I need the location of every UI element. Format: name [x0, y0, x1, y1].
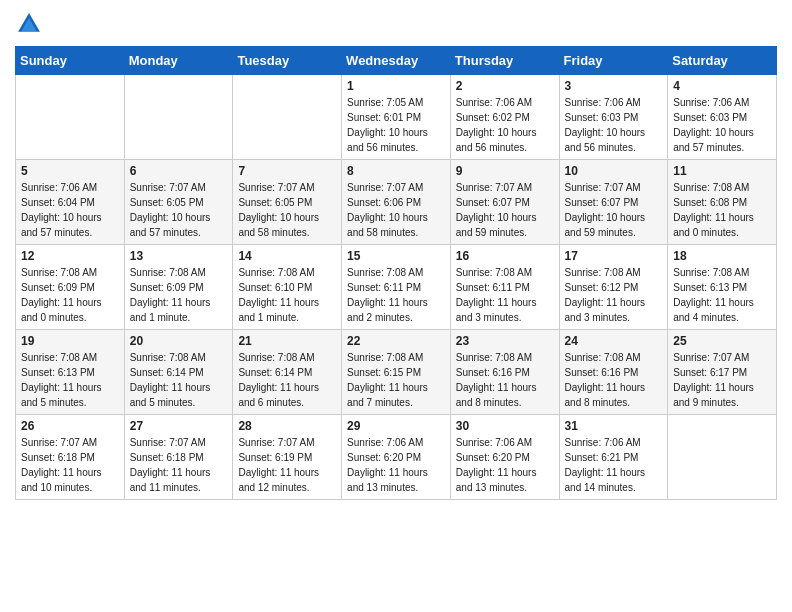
- week-row-2: 5Sunrise: 7:06 AM Sunset: 6:04 PM Daylig…: [16, 160, 777, 245]
- day-info: Sunrise: 7:07 AM Sunset: 6:18 PM Dayligh…: [21, 435, 119, 495]
- week-row-1: 1Sunrise: 7:05 AM Sunset: 6:01 PM Daylig…: [16, 75, 777, 160]
- day-number: 1: [347, 79, 445, 93]
- day-number: 17: [565, 249, 663, 263]
- page: SundayMondayTuesdayWednesdayThursdayFrid…: [0, 0, 792, 515]
- day-cell: 27Sunrise: 7:07 AM Sunset: 6:18 PM Dayli…: [124, 415, 233, 500]
- day-info: Sunrise: 7:08 AM Sunset: 6:14 PM Dayligh…: [130, 350, 228, 410]
- day-cell: 1Sunrise: 7:05 AM Sunset: 6:01 PM Daylig…: [342, 75, 451, 160]
- day-number: 19: [21, 334, 119, 348]
- day-info: Sunrise: 7:08 AM Sunset: 6:16 PM Dayligh…: [565, 350, 663, 410]
- day-number: 5: [21, 164, 119, 178]
- day-number: 9: [456, 164, 554, 178]
- day-number: 28: [238, 419, 336, 433]
- day-number: 25: [673, 334, 771, 348]
- day-number: 30: [456, 419, 554, 433]
- day-info: Sunrise: 7:07 AM Sunset: 6:07 PM Dayligh…: [456, 180, 554, 240]
- day-info: Sunrise: 7:06 AM Sunset: 6:03 PM Dayligh…: [673, 95, 771, 155]
- day-cell: 8Sunrise: 7:07 AM Sunset: 6:06 PM Daylig…: [342, 160, 451, 245]
- day-cell: 26Sunrise: 7:07 AM Sunset: 6:18 PM Dayli…: [16, 415, 125, 500]
- day-cell: 16Sunrise: 7:08 AM Sunset: 6:11 PM Dayli…: [450, 245, 559, 330]
- day-cell: 6Sunrise: 7:07 AM Sunset: 6:05 PM Daylig…: [124, 160, 233, 245]
- day-cell: 18Sunrise: 7:08 AM Sunset: 6:13 PM Dayli…: [668, 245, 777, 330]
- day-number: 18: [673, 249, 771, 263]
- day-number: 21: [238, 334, 336, 348]
- day-cell: 11Sunrise: 7:08 AM Sunset: 6:08 PM Dayli…: [668, 160, 777, 245]
- day-info: Sunrise: 7:08 AM Sunset: 6:16 PM Dayligh…: [456, 350, 554, 410]
- day-number: 14: [238, 249, 336, 263]
- weekday-header-row: SundayMondayTuesdayWednesdayThursdayFrid…: [16, 47, 777, 75]
- day-cell: 15Sunrise: 7:08 AM Sunset: 6:11 PM Dayli…: [342, 245, 451, 330]
- day-info: Sunrise: 7:06 AM Sunset: 6:02 PM Dayligh…: [456, 95, 554, 155]
- weekday-tuesday: Tuesday: [233, 47, 342, 75]
- day-cell: 17Sunrise: 7:08 AM Sunset: 6:12 PM Dayli…: [559, 245, 668, 330]
- day-number: 7: [238, 164, 336, 178]
- day-number: 23: [456, 334, 554, 348]
- day-number: 31: [565, 419, 663, 433]
- day-cell: 24Sunrise: 7:08 AM Sunset: 6:16 PM Dayli…: [559, 330, 668, 415]
- day-info: Sunrise: 7:08 AM Sunset: 6:12 PM Dayligh…: [565, 265, 663, 325]
- day-cell: 10Sunrise: 7:07 AM Sunset: 6:07 PM Dayli…: [559, 160, 668, 245]
- day-info: Sunrise: 7:05 AM Sunset: 6:01 PM Dayligh…: [347, 95, 445, 155]
- day-cell: 14Sunrise: 7:08 AM Sunset: 6:10 PM Dayli…: [233, 245, 342, 330]
- day-cell: 3Sunrise: 7:06 AM Sunset: 6:03 PM Daylig…: [559, 75, 668, 160]
- day-cell: 19Sunrise: 7:08 AM Sunset: 6:13 PM Dayli…: [16, 330, 125, 415]
- weekday-thursday: Thursday: [450, 47, 559, 75]
- day-number: 10: [565, 164, 663, 178]
- day-number: 11: [673, 164, 771, 178]
- weekday-wednesday: Wednesday: [342, 47, 451, 75]
- weekday-sunday: Sunday: [16, 47, 125, 75]
- day-cell: [668, 415, 777, 500]
- day-cell: 30Sunrise: 7:06 AM Sunset: 6:20 PM Dayli…: [450, 415, 559, 500]
- day-number: 4: [673, 79, 771, 93]
- day-cell: 23Sunrise: 7:08 AM Sunset: 6:16 PM Dayli…: [450, 330, 559, 415]
- day-info: Sunrise: 7:07 AM Sunset: 6:06 PM Dayligh…: [347, 180, 445, 240]
- day-cell: 21Sunrise: 7:08 AM Sunset: 6:14 PM Dayli…: [233, 330, 342, 415]
- day-info: Sunrise: 7:07 AM Sunset: 6:19 PM Dayligh…: [238, 435, 336, 495]
- day-info: Sunrise: 7:08 AM Sunset: 6:11 PM Dayligh…: [456, 265, 554, 325]
- day-number: 3: [565, 79, 663, 93]
- day-cell: 22Sunrise: 7:08 AM Sunset: 6:15 PM Dayli…: [342, 330, 451, 415]
- day-info: Sunrise: 7:08 AM Sunset: 6:13 PM Dayligh…: [21, 350, 119, 410]
- day-number: 6: [130, 164, 228, 178]
- day-number: 27: [130, 419, 228, 433]
- day-cell: 12Sunrise: 7:08 AM Sunset: 6:09 PM Dayli…: [16, 245, 125, 330]
- day-cell: 2Sunrise: 7:06 AM Sunset: 6:02 PM Daylig…: [450, 75, 559, 160]
- day-cell: [16, 75, 125, 160]
- logo-icon: [15, 10, 43, 38]
- day-number: 22: [347, 334, 445, 348]
- header: [15, 10, 777, 38]
- day-info: Sunrise: 7:07 AM Sunset: 6:17 PM Dayligh…: [673, 350, 771, 410]
- day-cell: [124, 75, 233, 160]
- weekday-saturday: Saturday: [668, 47, 777, 75]
- day-number: 2: [456, 79, 554, 93]
- day-cell: 28Sunrise: 7:07 AM Sunset: 6:19 PM Dayli…: [233, 415, 342, 500]
- day-cell: 31Sunrise: 7:06 AM Sunset: 6:21 PM Dayli…: [559, 415, 668, 500]
- calendar-table: SundayMondayTuesdayWednesdayThursdayFrid…: [15, 46, 777, 500]
- week-row-5: 26Sunrise: 7:07 AM Sunset: 6:18 PM Dayli…: [16, 415, 777, 500]
- day-info: Sunrise: 7:06 AM Sunset: 6:20 PM Dayligh…: [456, 435, 554, 495]
- day-info: Sunrise: 7:06 AM Sunset: 6:21 PM Dayligh…: [565, 435, 663, 495]
- weekday-friday: Friday: [559, 47, 668, 75]
- day-cell: 7Sunrise: 7:07 AM Sunset: 6:05 PM Daylig…: [233, 160, 342, 245]
- day-number: 24: [565, 334, 663, 348]
- day-info: Sunrise: 7:08 AM Sunset: 6:09 PM Dayligh…: [21, 265, 119, 325]
- day-cell: 9Sunrise: 7:07 AM Sunset: 6:07 PM Daylig…: [450, 160, 559, 245]
- day-cell: 29Sunrise: 7:06 AM Sunset: 6:20 PM Dayli…: [342, 415, 451, 500]
- day-info: Sunrise: 7:08 AM Sunset: 6:08 PM Dayligh…: [673, 180, 771, 240]
- day-cell: [233, 75, 342, 160]
- day-number: 26: [21, 419, 119, 433]
- day-number: 8: [347, 164, 445, 178]
- day-info: Sunrise: 7:06 AM Sunset: 6:03 PM Dayligh…: [565, 95, 663, 155]
- weekday-monday: Monday: [124, 47, 233, 75]
- day-info: Sunrise: 7:06 AM Sunset: 6:20 PM Dayligh…: [347, 435, 445, 495]
- day-cell: 5Sunrise: 7:06 AM Sunset: 6:04 PM Daylig…: [16, 160, 125, 245]
- day-number: 29: [347, 419, 445, 433]
- day-info: Sunrise: 7:08 AM Sunset: 6:13 PM Dayligh…: [673, 265, 771, 325]
- day-info: Sunrise: 7:07 AM Sunset: 6:18 PM Dayligh…: [130, 435, 228, 495]
- day-info: Sunrise: 7:08 AM Sunset: 6:09 PM Dayligh…: [130, 265, 228, 325]
- day-cell: 13Sunrise: 7:08 AM Sunset: 6:09 PM Dayli…: [124, 245, 233, 330]
- day-number: 20: [130, 334, 228, 348]
- day-cell: 25Sunrise: 7:07 AM Sunset: 6:17 PM Dayli…: [668, 330, 777, 415]
- week-row-4: 19Sunrise: 7:08 AM Sunset: 6:13 PM Dayli…: [16, 330, 777, 415]
- logo: [15, 10, 47, 38]
